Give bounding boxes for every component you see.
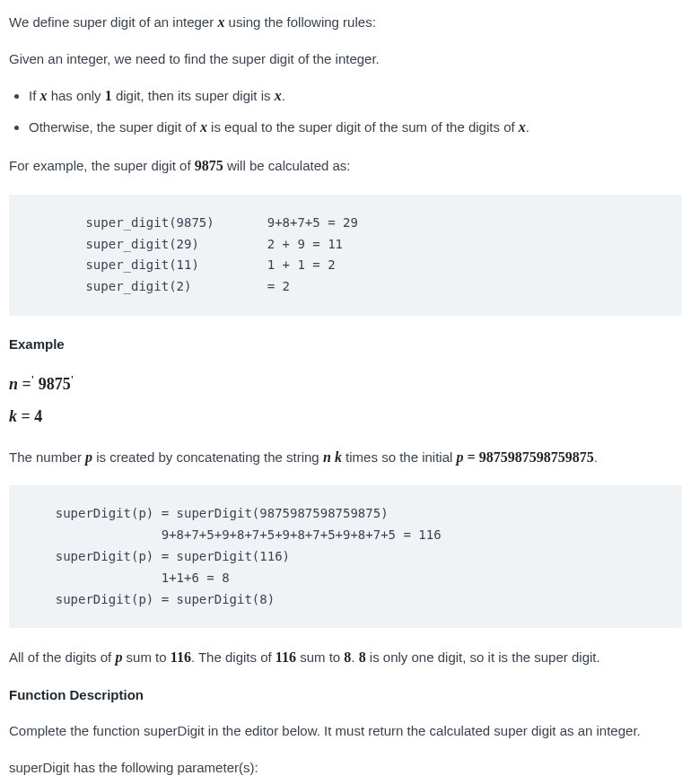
function-description-heading-text: Function Description <box>9 687 144 702</box>
var-k: k <box>9 407 17 425</box>
function-description-p1: Complete the function superDigit in the … <box>9 719 682 745</box>
var-n: n <box>323 449 331 465</box>
equation-n: n =' 9875' <box>9 369 682 399</box>
text: If <box>29 88 40 103</box>
var-x: x <box>519 119 526 135</box>
function-description-p2: superDigit has the following parameter(s… <box>9 755 682 781</box>
text: The number <box>9 449 85 465</box>
code-block-2: superDigit(p) = superDigit(9875987598759… <box>9 485 682 628</box>
text: sum to <box>296 649 344 665</box>
var-p: p <box>85 449 92 465</box>
intro-paragraph-1: We define super digit of an integer x us… <box>9 9 682 36</box>
text: is only one digit, so it is the super di… <box>366 649 600 665</box>
prime: ' <box>71 373 74 386</box>
text: times so the initial <box>342 449 457 465</box>
var-n: n <box>9 375 18 393</box>
text: . <box>351 649 358 665</box>
concat-paragraph: The number p is created by concatenating… <box>9 444 682 471</box>
intro-text: using the following rules: <box>224 14 375 30</box>
example-intro: For example, the super digit of 9875 wil… <box>9 152 682 179</box>
intro-text: We define super digit of an integer <box>9 14 217 30</box>
num-9875: 9875 <box>195 158 223 173</box>
code-block-1: super_digit(9875) 9+8+7+5 = 29 super_dig… <box>9 195 682 316</box>
num-116: 116 <box>276 649 296 665</box>
rule-item-2: Otherwise, the super digit of x is equal… <box>29 115 682 141</box>
num-4: 4 <box>34 407 42 425</box>
example-heading: Example <box>9 332 682 358</box>
equation-k: k = 4 <box>9 401 682 431</box>
var-k: k <box>335 449 342 465</box>
text: will be calculated as: <box>223 158 351 173</box>
result-paragraph: All of the digits of p sum to 116. The d… <box>9 644 682 671</box>
text: Otherwise, the super digit of <box>29 119 200 135</box>
num-1: 1 <box>105 88 112 103</box>
eq-sign: = <box>17 407 34 425</box>
num-9875: 9875 <box>39 375 71 393</box>
num-8: 8 <box>359 649 366 665</box>
eq-sign: = <box>464 449 479 465</box>
eq-sign: = <box>18 375 31 393</box>
rules-list: If x has only 1 digit, then its super di… <box>9 83 682 141</box>
text: is equal to the super digit of the sum o… <box>207 119 519 135</box>
text: digit, then its super digit is <box>112 88 275 103</box>
text: All of the digits of <box>9 649 115 665</box>
var-x: x <box>200 119 207 135</box>
var-x: x <box>40 88 48 103</box>
rule-item-1: If x has only 1 digit, then its super di… <box>29 83 682 109</box>
num-concat: 9875987598759875 <box>479 449 594 465</box>
text: . <box>282 88 285 103</box>
text: sum to <box>122 649 170 665</box>
text: . <box>526 119 529 135</box>
num-116: 116 <box>171 649 191 665</box>
text: . The digits of <box>191 649 276 665</box>
var-x: x <box>275 88 282 103</box>
function-description-heading: Function Description <box>9 683 682 709</box>
text: . <box>594 449 598 465</box>
text: has only <box>48 88 105 103</box>
text: For example, the super digit of <box>9 158 195 173</box>
example-heading-text: Example <box>9 336 65 352</box>
intro-paragraph-2: Given an integer, we need to find the su… <box>9 47 682 73</box>
text: is created by concatenating the string <box>92 449 323 465</box>
var-p: p <box>457 449 464 465</box>
